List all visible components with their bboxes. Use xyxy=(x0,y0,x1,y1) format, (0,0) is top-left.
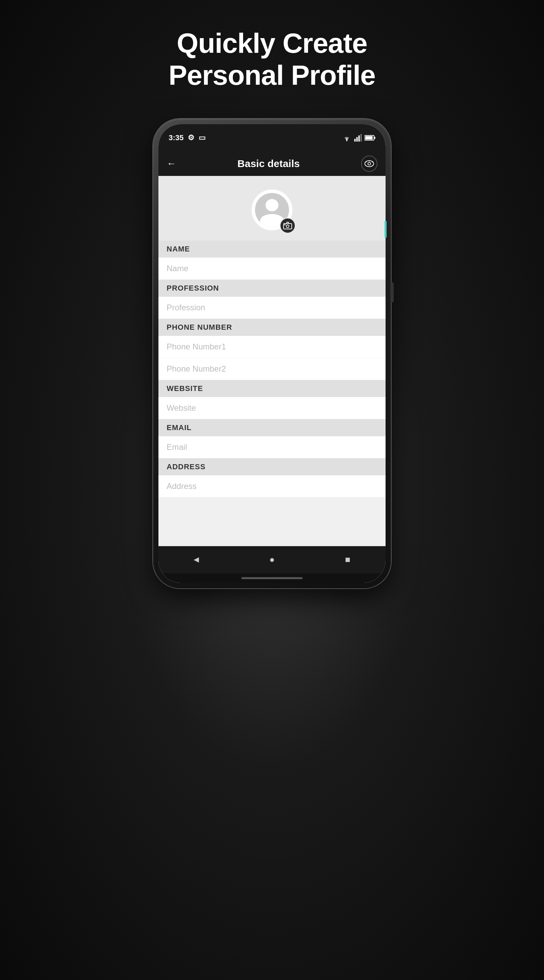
svg-rect-4 xyxy=(360,134,362,142)
eye-button[interactable] xyxy=(361,156,377,172)
svg-point-0 xyxy=(346,140,347,141)
svg-line-11 xyxy=(372,162,373,162)
camera-badge[interactable] xyxy=(279,218,296,234)
input-website-0[interactable] xyxy=(167,403,377,413)
section-header-2: PHONE NUMBER xyxy=(159,319,385,336)
headline-line1: Quickly Create xyxy=(177,27,367,59)
field-row-0-0 xyxy=(159,258,385,280)
signal-icon xyxy=(354,134,362,142)
section-header-4: EMAIL xyxy=(159,419,385,436)
form-container: NAMEPROFESSIONPHONE NUMBERWEBSITEEMAILAD… xyxy=(159,240,385,498)
section-header-0: NAME xyxy=(159,240,385,258)
phone-mockup: 3:35 ⚙ ▭ xyxy=(153,119,391,935)
content-area: NAMEPROFESSIONPHONE NUMBERWEBSITEEMAILAD… xyxy=(159,176,385,546)
input-phone-number-1[interactable] xyxy=(167,364,377,374)
phone-screen: 3:35 ⚙ ▭ xyxy=(159,124,385,583)
avatar-section xyxy=(159,176,385,240)
avatar-circle xyxy=(252,189,292,231)
bottom-nav: ◄ ● ■ xyxy=(159,546,385,573)
field-row-2-0 xyxy=(159,336,385,358)
nav-home-button[interactable]: ● xyxy=(263,551,281,568)
notch-cutout xyxy=(241,124,303,141)
sim-icon: ▭ xyxy=(198,134,206,142)
phone-shell: 3:35 ⚙ ▭ xyxy=(153,119,391,588)
field-row-2-1 xyxy=(159,358,385,380)
input-phone-number-0[interactable] xyxy=(167,342,377,352)
status-time: 3:35 xyxy=(169,134,184,142)
input-address-0[interactable] xyxy=(167,482,377,491)
status-left: 3:35 ⚙ ▭ xyxy=(169,134,206,142)
field-row-4-0 xyxy=(159,436,385,458)
battery-icon xyxy=(365,135,375,141)
settings-icon: ⚙ xyxy=(188,134,195,142)
svg-rect-6 xyxy=(374,137,375,139)
field-row-5-0 xyxy=(159,476,385,498)
input-name-0[interactable] xyxy=(167,264,377,273)
section-header-3: WEBSITE xyxy=(159,380,385,397)
nav-recent-button[interactable]: ■ xyxy=(339,551,356,568)
page-headline: Quickly Create Personal Profile xyxy=(169,27,375,92)
avatar-head xyxy=(266,199,278,211)
svg-point-14 xyxy=(286,225,289,228)
nav-back-button[interactable]: ◄ xyxy=(188,551,205,568)
svg-rect-1 xyxy=(354,139,356,142)
headline-line2: Personal Profile xyxy=(169,60,375,91)
wifi-icon xyxy=(342,134,352,142)
svg-rect-15 xyxy=(284,224,285,225)
svg-rect-7 xyxy=(365,136,373,140)
section-header-1: PROFESSION xyxy=(159,280,385,297)
home-indicator xyxy=(159,573,385,583)
svg-line-12 xyxy=(366,162,366,162)
side-accent xyxy=(385,221,387,238)
field-row-3-0 xyxy=(159,397,385,419)
camera-icon xyxy=(283,222,292,229)
back-button[interactable]: ← xyxy=(167,158,176,169)
field-row-1-0 xyxy=(159,297,385,319)
svg-rect-3 xyxy=(358,135,360,142)
status-right xyxy=(342,134,375,142)
svg-rect-2 xyxy=(356,137,358,142)
home-bar xyxy=(241,577,303,579)
input-profession-0[interactable] xyxy=(167,303,377,312)
app-bar-title: Basic details xyxy=(237,158,300,169)
svg-point-9 xyxy=(368,162,371,165)
app-bar: ← Basic details xyxy=(159,151,385,176)
input-email-0[interactable] xyxy=(167,442,377,452)
eye-icon xyxy=(365,160,374,167)
status-bar: 3:35 ⚙ ▭ xyxy=(159,124,385,151)
svg-point-8 xyxy=(365,161,374,167)
section-header-5: ADDRESS xyxy=(159,458,385,476)
